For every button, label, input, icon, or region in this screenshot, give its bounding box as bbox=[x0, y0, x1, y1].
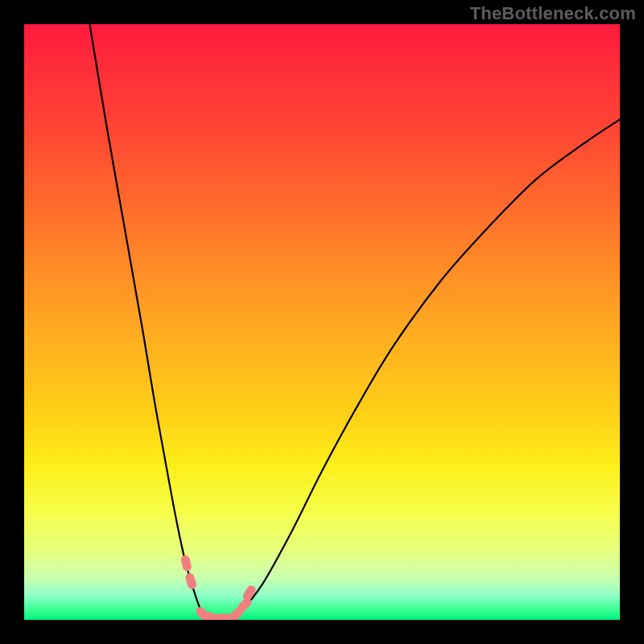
curve-layer bbox=[24, 24, 620, 620]
watermark-text: TheBottleneck.com bbox=[470, 3, 636, 24]
marker-group bbox=[180, 555, 258, 620]
chart-frame: TheBottleneck.com bbox=[0, 0, 644, 644]
curve-marker bbox=[242, 584, 258, 602]
curve-marker bbox=[184, 572, 197, 590]
plot-area bbox=[24, 24, 620, 620]
bottleneck-curve bbox=[89, 24, 620, 619]
curve-marker bbox=[180, 555, 192, 572]
